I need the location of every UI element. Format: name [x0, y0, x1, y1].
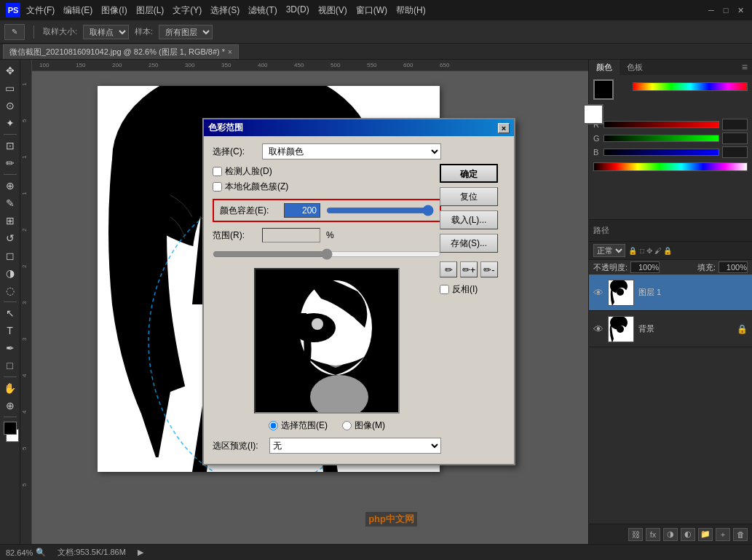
layer-item-bg[interactable]: 👁 背景 🔒 — [589, 311, 752, 347]
shape-tool[interactable]: □ — [2, 358, 18, 374]
menu-file[interactable]: 文件(F) — [26, 4, 55, 17]
layer-name-1: 图层 1 — [638, 287, 748, 298]
layer-item-1[interactable]: 👁 图层 1 — [589, 275, 752, 311]
document-tab[interactable]: 微信截图_20210816091042.jpg @ 82.6% (图层 1, R… — [3, 44, 239, 59]
svg-point-44 — [617, 288, 624, 296]
magic-wand-tool[interactable]: ✦ — [2, 115, 18, 131]
history-brush-tool[interactable]: ↺ — [2, 230, 18, 246]
invert-label[interactable]: 反相(I) — [440, 283, 505, 296]
fx-btn[interactable]: fx — [646, 528, 660, 541]
reset-btn[interactable]: 复位 — [440, 187, 498, 206]
tab-swatches[interactable]: 色板 — [620, 60, 650, 75]
r-input[interactable]: 0 — [722, 119, 748, 130]
marquee-tool[interactable]: ▭ — [2, 80, 18, 96]
panel-tabs: 颜色 色板 ≡ — [589, 60, 752, 75]
menu-help[interactable]: 帮助(H) — [396, 4, 426, 17]
load-btn[interactable]: 载入(L)... — [440, 210, 498, 229]
color-strip[interactable] — [593, 162, 748, 171]
g-input[interactable]: 0 — [722, 133, 748, 144]
close-btn[interactable]: ✕ — [735, 4, 746, 16]
detect-face-checkbox[interactable] — [213, 167, 222, 176]
fuzz-input[interactable]: 200 — [284, 203, 320, 218]
menu-view[interactable]: 视图(V) — [318, 4, 347, 17]
foreground-color[interactable] — [4, 422, 17, 435]
crop-tool[interactable]: ⊡ — [2, 138, 18, 154]
eyedropper-plus-btn[interactable]: ✏+ — [460, 261, 478, 277]
panel-menu-btn[interactable]: ≡ — [737, 60, 752, 75]
menu-filter[interactable]: 滤镜(T) — [248, 4, 277, 17]
blend-mode-select[interactable]: 正常 — [593, 244, 625, 257]
restore-btn[interactable]: □ — [720, 4, 732, 16]
zoom-tool[interactable]: ⊕ — [2, 398, 18, 414]
statusbar: 82.64% 🔍 文档:953.5K/1.86M ▶ — [0, 544, 752, 560]
svg-text:350: 350 — [221, 62, 231, 68]
mask-btn[interactable]: ◑ — [663, 528, 678, 541]
eyedropper-tool-left[interactable]: ✏ — [2, 155, 18, 171]
clone-stamp-tool[interactable]: ⊞ — [2, 213, 18, 229]
adjustment-btn[interactable]: ◐ — [681, 528, 695, 541]
eye-icon-1[interactable]: 👁 — [593, 287, 603, 299]
tab-color[interactable]: 颜色 — [589, 60, 620, 75]
eye-icon-bg[interactable]: 👁 — [593, 323, 603, 335]
sample-size-select[interactable]: 取样点 — [83, 25, 129, 39]
brush-tool[interactable]: ✎ — [2, 195, 18, 211]
arrow-btn[interactable]: ▶ — [138, 548, 143, 557]
foreground-swatch[interactable] — [593, 79, 614, 100]
range-slider[interactable] — [213, 248, 441, 260]
menu-window[interactable]: 窗口(W) — [356, 4, 387, 17]
radio-select-label[interactable]: 选择范围(E) — [269, 419, 328, 432]
path-select-tool[interactable]: ↖ — [2, 305, 18, 321]
detect-face-label[interactable]: 检测人脸(D) — [213, 165, 441, 178]
svg-text:4: 4 — [21, 374, 28, 377]
menu-3d[interactable]: 3D(D) — [286, 4, 309, 17]
spot-heal-tool[interactable]: ⊕ — [2, 178, 18, 194]
eyedropper-minus-btn[interactable]: ✏- — [480, 261, 498, 277]
range-input[interactable] — [262, 228, 320, 242]
fuzz-slider[interactable] — [326, 205, 434, 216]
blur-tool[interactable]: ◌ — [2, 283, 18, 299]
color-spectrum[interactable] — [633, 82, 748, 91]
color-range-dialog[interactable]: 色彩范围 × 选择(C): 取样颜色 检测人脸 — [202, 118, 515, 465]
menu-image[interactable]: 图像(I) — [101, 4, 127, 17]
localized-label[interactable]: 本地化颜色簇(Z) — [213, 181, 441, 193]
pen-tool[interactable]: ✒ — [2, 340, 18, 356]
b-input[interactable]: 0 — [722, 146, 748, 158]
sample-select[interactable]: 所有图层 — [159, 25, 213, 39]
menu-select[interactable]: 选择(S) — [210, 4, 240, 17]
ok-btn[interactable]: 确定 — [440, 164, 498, 183]
localized-checkbox[interactable] — [213, 182, 222, 192]
dialog-close-btn[interactable]: × — [498, 123, 510, 133]
background-swatch[interactable] — [583, 104, 603, 125]
text-tool[interactable]: T — [2, 323, 18, 339]
range-row: 范围(R): % — [213, 228, 441, 242]
opacity-label: 不透明度: — [593, 262, 628, 273]
radio-select-range[interactable] — [269, 421, 278, 430]
move-tool[interactable]: ✥ — [2, 63, 18, 79]
svg-point-40 — [344, 316, 356, 328]
menu-layer[interactable]: 图层(L) — [136, 4, 165, 17]
layers-header: 正常 🔒 □ ✥ 🖌 🔒 — [589, 242, 752, 260]
fill-input[interactable] — [719, 261, 748, 273]
save-btn[interactable]: 存储(S)... — [440, 234, 498, 253]
lasso-tool[interactable]: ⊙ — [2, 98, 18, 114]
eraser-tool[interactable]: ◻ — [2, 248, 18, 264]
delete-layer-btn[interactable]: 🗑 — [733, 528, 748, 541]
new-layer-btn[interactable]: + — [716, 528, 730, 541]
gradient-tool[interactable]: ◑ — [2, 265, 18, 281]
eyedropper-tool[interactable]: ✎ — [4, 24, 25, 40]
tool-separator-4 — [4, 376, 17, 377]
eyedropper-add-btn[interactable]: ✏ — [440, 261, 457, 277]
invert-checkbox[interactable] — [440, 285, 449, 294]
radio-image-label[interactable]: 图像(M) — [342, 419, 385, 432]
menu-edit[interactable]: 编辑(E) — [63, 4, 92, 17]
hand-tool[interactable]: ✋ — [2, 380, 18, 396]
link-layers-btn[interactable]: ⛓ — [628, 528, 643, 541]
minimize-btn[interactable]: ─ — [705, 4, 717, 16]
selection-select[interactable]: 无 — [269, 438, 441, 454]
tab-close-btn[interactable]: × — [228, 48, 232, 56]
radio-image[interactable] — [342, 421, 352, 430]
menu-text[interactable]: 文字(Y) — [173, 4, 202, 17]
opacity-input[interactable] — [630, 261, 660, 273]
select-dropdown[interactable]: 取样颜色 — [262, 143, 441, 159]
group-btn[interactable]: 📁 — [698, 528, 713, 541]
